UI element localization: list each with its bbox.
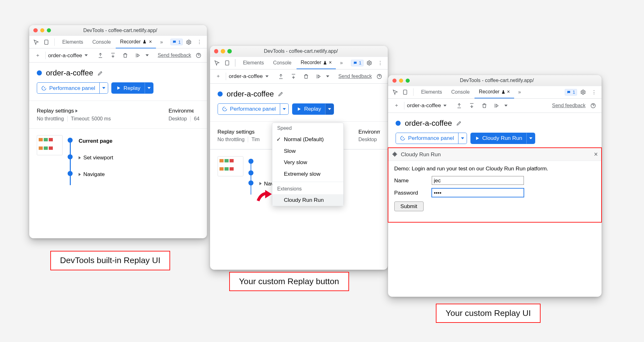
close-tab-icon[interactable]: ×	[507, 89, 510, 95]
step-caret-icon[interactable]	[146, 54, 149, 56]
perf-caret-icon[interactable]	[458, 133, 467, 144]
step-current-page[interactable]: Current page	[74, 135, 113, 152]
tab-console[interactable]: Console	[88, 36, 115, 48]
tab-recorder[interactable]: Recorder ×	[297, 57, 336, 69]
perf-caret-icon[interactable]	[280, 104, 288, 114]
replay-button[interactable]: Replay	[111, 82, 153, 94]
inspect-icon[interactable]	[213, 58, 222, 68]
close-panel-icon[interactable]: ×	[594, 151, 598, 158]
select-caret-icon[interactable]	[443, 105, 447, 107]
settings-icon[interactable]	[184, 37, 194, 47]
delete-icon[interactable]	[479, 101, 489, 111]
export-icon[interactable]	[276, 71, 286, 81]
device-icon[interactable]	[42, 37, 51, 47]
recording-select[interactable]: order-a-coffee	[407, 102, 441, 109]
tab-elements[interactable]: Elements	[239, 57, 268, 69]
tab-recorder[interactable]: Recorder ×	[475, 86, 514, 98]
tab-elements[interactable]: Elements	[58, 36, 87, 48]
close-tab-icon[interactable]: ×	[149, 39, 152, 45]
recording-select[interactable]: order-a-coffee	[229, 73, 263, 80]
issues-badge[interactable]: 1	[351, 60, 363, 66]
more-tabs-icon[interactable]: »	[515, 88, 524, 97]
step-navigate[interactable]: Navigate	[74, 168, 113, 185]
export-icon[interactable]	[95, 50, 105, 60]
kebab-icon[interactable]: ⋮	[375, 58, 385, 68]
edit-title-icon[interactable]	[278, 91, 284, 97]
close-tab-icon[interactable]: ×	[329, 60, 332, 65]
name-input[interactable]	[432, 176, 524, 185]
replay-caret-icon[interactable]	[526, 133, 535, 144]
password-input[interactable]	[432, 188, 524, 197]
help-icon[interactable]	[194, 50, 204, 60]
replay-settings-heading[interactable]: Replay settings	[218, 129, 264, 135]
performance-panel-button[interactable]: Performance panel	[37, 82, 108, 94]
timeout-value: Tim	[248, 137, 260, 142]
import-icon[interactable]	[288, 71, 298, 81]
action-buttons: Performance panel Replay	[218, 103, 380, 115]
kebab-icon[interactable]: ⋮	[589, 87, 599, 97]
import-icon[interactable]	[467, 101, 477, 111]
throttling-value: No throttling	[37, 116, 64, 122]
close-dot[interactable]	[33, 28, 37, 32]
custom-replay-button[interactable]: Cloudy Run Run	[470, 133, 535, 144]
tab-console[interactable]: Console	[447, 86, 474, 98]
add-recording-icon[interactable]: ＋	[213, 71, 223, 81]
recording-select[interactable]: order-a-coffee	[48, 52, 82, 59]
timeout-value: Timeout: 5000 ms	[67, 116, 111, 122]
delete-icon[interactable]	[120, 50, 130, 60]
menu-item-slow[interactable]: Slow	[272, 145, 344, 157]
step-set-viewport[interactable]: Set viewport	[74, 152, 113, 168]
step-icon[interactable]	[314, 71, 324, 81]
help-icon[interactable]	[374, 71, 384, 81]
add-recording-icon[interactable]: ＋	[391, 101, 402, 111]
performance-panel-button[interactable]: Performance panel	[396, 133, 467, 144]
replay-caret-icon[interactable]	[145, 83, 153, 93]
send-feedback-link[interactable]: Send feedback	[552, 103, 586, 108]
close-dot[interactable]	[214, 49, 218, 53]
play-icon	[297, 107, 302, 112]
tab-elements[interactable]: Elements	[417, 86, 446, 98]
issues-badge[interactable]: 1	[170, 39, 183, 45]
device-icon[interactable]	[401, 88, 410, 97]
perf-caret-icon[interactable]	[99, 83, 108, 93]
step-icon[interactable]	[133, 50, 143, 60]
edit-title-icon[interactable]	[456, 120, 462, 126]
delete-icon[interactable]	[301, 71, 311, 81]
caption-builtin: DevTools built-in Replay UI	[50, 251, 170, 270]
tab-console[interactable]: Console	[269, 57, 296, 69]
add-recording-icon[interactable]: ＋	[33, 50, 43, 60]
select-caret-icon[interactable]	[265, 75, 269, 77]
settings-icon[interactable]	[364, 58, 374, 68]
kebab-icon[interactable]: ⋮	[194, 37, 204, 47]
select-caret-icon[interactable]	[85, 54, 88, 56]
replay-button[interactable]: Replay	[292, 103, 334, 115]
env-desktop: Desktop	[169, 116, 187, 122]
more-tabs-icon[interactable]: »	[337, 58, 346, 68]
menu-item-cloudy-run-run[interactable]: Cloudy Run Run	[272, 194, 344, 206]
export-icon[interactable]	[454, 101, 464, 111]
inspect-icon[interactable]	[391, 88, 400, 97]
send-feedback-link[interactable]: Send feedback	[158, 52, 191, 58]
step-icon[interactable]	[492, 101, 502, 111]
help-icon[interactable]	[588, 101, 598, 111]
inspect-icon[interactable]	[32, 37, 41, 47]
step-caret-icon[interactable]	[504, 105, 508, 107]
issues-badge[interactable]: 1	[565, 89, 577, 96]
edit-title-icon[interactable]	[97, 70, 103, 76]
send-feedback-link[interactable]: Send feedback	[338, 74, 372, 79]
menu-item-extremely-slow[interactable]: Extremely slow	[272, 168, 344, 180]
step-caret-icon[interactable]	[326, 75, 329, 77]
replay-caret-icon[interactable]	[325, 104, 334, 114]
tab-recorder[interactable]: Recorder ×	[116, 36, 156, 48]
import-icon[interactable]	[108, 50, 118, 60]
submit-button[interactable]: Submit	[394, 201, 424, 211]
close-dot[interactable]	[392, 79, 397, 83]
menu-item-normal[interactable]: Normal (Default)	[272, 134, 344, 145]
device-icon[interactable]	[223, 58, 232, 68]
window-title: DevTools - coffee-cart.netlify.app/	[38, 28, 203, 33]
settings-icon[interactable]	[578, 87, 588, 97]
performance-panel-button[interactable]: Performance panel	[218, 103, 289, 115]
replay-settings-heading[interactable]: Replay settings	[37, 108, 111, 114]
menu-item-very-slow[interactable]: Very slow	[272, 157, 344, 168]
more-tabs-icon[interactable]: »	[157, 37, 166, 47]
